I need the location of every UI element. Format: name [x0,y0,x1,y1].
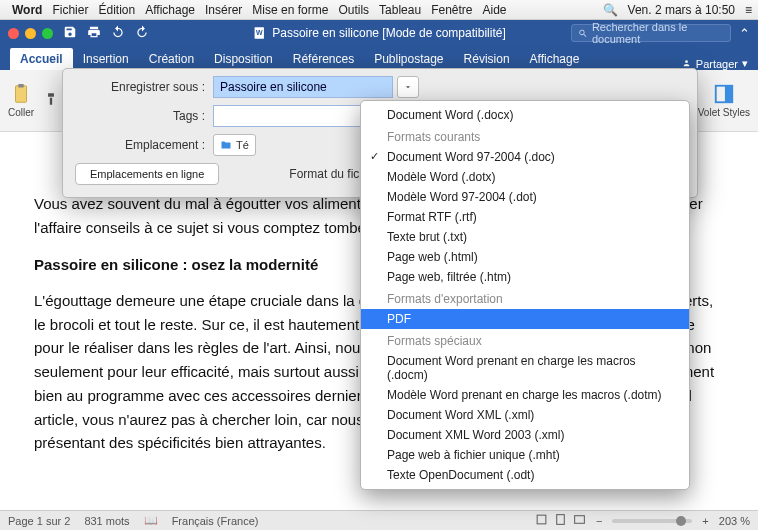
mac-menu-app[interactable]: Word [12,3,42,17]
mac-menu-outils[interactable]: Outils [338,3,369,17]
document-title: W Passoire en silicone [Mode de compatib… [252,26,505,40]
chevron-down-icon [403,82,413,92]
format-item-dotx[interactable]: Modèle Word (.dotx) [361,167,689,187]
mac-menu-affichage[interactable]: Affichage [145,3,195,17]
tab-creation[interactable]: Création [139,48,204,70]
mac-menu-edition[interactable]: Édition [98,3,135,17]
svg-rect-7 [537,515,546,524]
status-page[interactable]: Page 1 sur 2 [8,515,70,527]
tab-revision[interactable]: Révision [454,48,520,70]
folder-icon [220,139,232,151]
save-as-label: Enregistrer sous : [63,80,213,94]
format-group-export-header: Formats d'exportation [361,287,689,309]
location-label: Emplacement : [63,138,213,152]
svg-point-2 [685,60,688,63]
format-group-common-header: Formats courants [361,125,689,147]
svg-rect-9 [575,516,585,524]
mac-menu-miseenforme[interactable]: Mise en forme [252,3,328,17]
styles-pane-button[interactable]: Volet Styles [698,83,750,118]
expand-dialog-button[interactable] [397,76,419,98]
document-title-text: Passoire en silicone [Mode de compatibil… [272,26,505,40]
undo-icon[interactable] [111,25,125,42]
file-format-menu: Document Word (.docx) Formats courants D… [360,100,690,490]
paste-label: Coller [8,107,34,118]
svg-rect-8 [557,515,565,525]
tab-insertion[interactable]: Insertion [73,48,139,70]
tab-accueil[interactable]: Accueil [10,48,73,70]
share-label: Partager [696,58,738,70]
tab-affichage[interactable]: Affichage [520,48,590,70]
svg-rect-6 [725,86,732,103]
styles-pane-icon [713,83,735,105]
format-item-doc[interactable]: Document Word 97-2004 (.doc) [361,147,689,167]
format-item-mht[interactable]: Page web à fichier unique (.mht) [361,445,689,465]
location-dropdown[interactable]: Té [213,134,256,156]
format-item-odt[interactable]: Texte OpenDocument (.odt) [361,465,689,485]
format-item-txt[interactable]: Texte brut (.txt) [361,227,689,247]
statusbar: Page 1 sur 2 831 mots 📖 Français (France… [0,510,758,530]
quick-access-toolbar [63,25,149,42]
search-icon [578,28,588,39]
mac-menu-aide[interactable]: Aide [482,3,506,17]
format-item-dot[interactable]: Modèle Word 97-2004 (.dot) [361,187,689,207]
tags-label: Tags : [63,109,213,123]
tab-disposition[interactable]: Disposition [204,48,283,70]
chevron-down-icon: ▾ [742,57,748,70]
zoom-slider[interactable] [612,519,692,523]
view-print-icon[interactable] [554,513,567,528]
ribbon-tabs: Accueil Insertion Création Disposition R… [0,46,758,70]
save-as-input[interactable] [213,76,393,98]
status-language[interactable]: Français (France) [172,515,259,527]
format-item-dotm[interactable]: Modèle Word prenant en charge les macros… [361,385,689,405]
svg-rect-3 [16,86,27,103]
zoom-level[interactable]: 203 % [719,515,750,527]
status-spellcheck-icon[interactable]: 📖 [144,514,158,527]
location-value: Té [236,139,249,151]
format-item-pdf[interactable]: PDF [361,309,689,329]
online-locations-button[interactable]: Emplacements en ligne [75,163,219,185]
svg-text:W: W [256,29,263,36]
paintbrush-icon [44,92,58,106]
view-focus-icon[interactable] [535,513,548,528]
search-document-input[interactable]: Rechercher dans le document [571,24,731,42]
mac-menu-fichier[interactable]: Fichier [52,3,88,17]
format-group-special-header: Formats spéciaux [361,329,689,351]
paste-button[interactable]: Coller [8,83,34,118]
menubar-clock[interactable]: Ven. 2 mars à 10:50 [628,3,735,17]
format-item-html[interactable]: Page web (.html) [361,247,689,267]
word-doc-icon: W [252,26,266,40]
notification-center-icon[interactable]: ≡ [745,3,752,17]
window-controls [8,28,53,39]
tab-references[interactable]: Références [283,48,364,70]
minimize-window-button[interactable] [25,28,36,39]
mac-menubar: Word Fichier Édition Affichage Insérer M… [0,0,758,20]
redo-icon[interactable] [135,25,149,42]
print-icon[interactable] [87,25,101,42]
format-item-htm[interactable]: Page web, filtrée (.htm) [361,267,689,287]
zoom-window-button[interactable] [42,28,53,39]
search-placeholder: Rechercher dans le document [592,21,724,45]
clipboard-icon [10,83,32,105]
spotlight-icon[interactable]: 🔍 [603,3,618,17]
styles-pane-label: Volet Styles [698,107,750,118]
view-web-icon[interactable] [573,513,586,528]
mac-menu-inserer[interactable]: Insérer [205,3,242,17]
format-item-docm[interactable]: Document Word prenant en charge les macr… [361,351,689,385]
word-titlebar: W Passoire en silicone [Mode de compatib… [0,20,758,46]
zoom-in-button[interactable]: + [702,515,708,527]
format-item-rtf[interactable]: Format RTF (.rtf) [361,207,689,227]
svg-rect-4 [18,84,24,88]
zoom-out-button[interactable]: − [596,515,602,527]
format-item-xml[interactable]: Document Word XML (.xml) [361,405,689,425]
mac-menu-fenetre[interactable]: Fenêtre [431,3,472,17]
mac-menu-tableau[interactable]: Tableau [379,3,421,17]
status-words[interactable]: 831 mots [84,515,129,527]
tab-publipostage[interactable]: Publipostage [364,48,453,70]
format-item-xml2003[interactable]: Document XML Word 2003 (.xml) [361,425,689,445]
format-item-docx[interactable]: Document Word (.docx) [361,105,689,125]
save-icon[interactable] [63,25,77,42]
format-painter-button[interactable] [44,92,58,109]
help-icon[interactable]: ⌃ [739,26,750,41]
close-window-button[interactable] [8,28,19,39]
